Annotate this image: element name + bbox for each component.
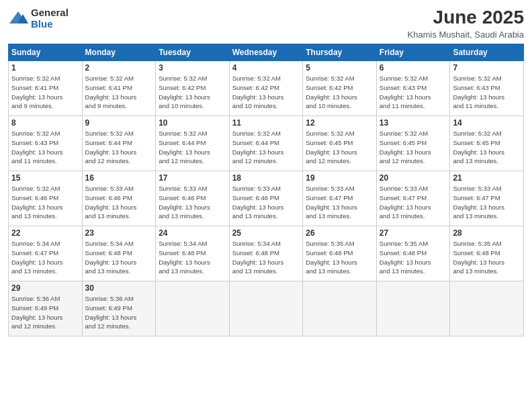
day-number: 4 [232, 63, 300, 73]
table-row: 25Sunrise: 5:34 AMSunset: 6:48 PMDayligh… [229, 226, 303, 281]
table-row: 15Sunrise: 5:32 AMSunset: 6:46 PMDayligh… [9, 171, 83, 226]
table-row [376, 281, 450, 336]
day-info: Sunrise: 5:32 AMSunset: 6:41 PMDaylight:… [85, 74, 153, 111]
day-info: Sunrise: 5:32 AMSunset: 6:42 PMDaylight:… [159, 74, 226, 111]
calendar-subtitle: Khamis Mushait, Saudi Arabia [408, 30, 524, 40]
title-area: June 2025 Khamis Mushait, Saudi Arabia [408, 7, 524, 40]
table-row: 14Sunrise: 5:32 AMSunset: 6:45 PMDayligh… [450, 116, 524, 171]
day-info: Sunrise: 5:32 AMSunset: 6:43 PMDaylight:… [453, 74, 521, 111]
day-number: 9 [85, 118, 153, 128]
table-row [229, 281, 303, 336]
day-number: 14 [453, 118, 521, 128]
table-row: 18Sunrise: 5:33 AMSunset: 6:46 PMDayligh… [229, 171, 303, 226]
day-number: 30 [85, 283, 153, 293]
table-row: 3Sunrise: 5:32 AMSunset: 6:42 PMDaylight… [156, 61, 230, 116]
day-number: 24 [159, 228, 226, 238]
day-number: 8 [11, 118, 79, 128]
day-info: Sunrise: 5:32 AMSunset: 6:46 PMDaylight:… [11, 184, 79, 221]
table-row: 16Sunrise: 5:33 AMSunset: 6:46 PMDayligh… [82, 171, 156, 226]
day-number: 12 [306, 118, 373, 128]
day-number: 17 [159, 173, 226, 183]
day-number: 22 [11, 228, 79, 238]
day-info: Sunrise: 5:32 AMSunset: 6:43 PMDaylight:… [11, 129, 79, 166]
logo-text: General Blue [31, 7, 69, 30]
table-row: 30Sunrise: 5:36 AMSunset: 6:49 PMDayligh… [82, 281, 156, 336]
header-tuesday: Tuesday [156, 44, 230, 61]
table-row: 6Sunrise: 5:32 AMSunset: 6:43 PMDaylight… [376, 61, 450, 116]
day-info: Sunrise: 5:33 AMSunset: 6:47 PMDaylight:… [306, 184, 373, 221]
table-row: 23Sunrise: 5:34 AMSunset: 6:48 PMDayligh… [82, 226, 156, 281]
table-row: 4Sunrise: 5:32 AMSunset: 6:42 PMDaylight… [229, 61, 303, 116]
table-row: 5Sunrise: 5:32 AMSunset: 6:42 PMDaylight… [303, 61, 377, 116]
logo-blue: Blue [31, 18, 53, 30]
day-number: 5 [306, 63, 373, 73]
day-info: Sunrise: 5:33 AMSunset: 6:46 PMDaylight:… [85, 184, 153, 221]
day-number: 23 [85, 228, 153, 238]
day-number: 3 [159, 63, 226, 73]
day-number: 29 [11, 283, 79, 293]
table-row: 26Sunrise: 5:35 AMSunset: 6:48 PMDayligh… [303, 226, 377, 281]
header-row: Sunday Monday Tuesday Wednesday Thursday… [9, 44, 524, 61]
table-row [156, 281, 230, 336]
day-number: 15 [11, 173, 79, 183]
day-info: Sunrise: 5:33 AMSunset: 6:47 PMDaylight:… [453, 184, 521, 221]
day-number: 27 [380, 228, 447, 238]
table-row: 2Sunrise: 5:32 AMSunset: 6:41 PMDaylight… [82, 61, 156, 116]
day-info: Sunrise: 5:35 AMSunset: 6:48 PMDaylight:… [380, 239, 447, 276]
day-number: 25 [232, 228, 300, 238]
logo: General Blue [8, 7, 69, 30]
table-row: 11Sunrise: 5:32 AMSunset: 6:44 PMDayligh… [229, 116, 303, 171]
day-info: Sunrise: 5:32 AMSunset: 6:42 PMDaylight:… [232, 74, 300, 111]
logo-general: General [31, 7, 69, 18]
day-number: 11 [232, 118, 300, 128]
header-thursday: Thursday [303, 44, 377, 61]
day-number: 28 [453, 228, 521, 238]
day-info: Sunrise: 5:33 AMSunset: 6:46 PMDaylight:… [159, 184, 226, 221]
day-info: Sunrise: 5:32 AMSunset: 6:44 PMDaylight:… [232, 129, 300, 166]
day-number: 19 [306, 173, 373, 183]
day-number: 26 [306, 228, 373, 238]
day-info: Sunrise: 5:33 AMSunset: 6:46 PMDaylight:… [232, 184, 300, 221]
table-row: 19Sunrise: 5:33 AMSunset: 6:47 PMDayligh… [303, 171, 377, 226]
table-row: 10Sunrise: 5:32 AMSunset: 6:44 PMDayligh… [156, 116, 230, 171]
table-row: 22Sunrise: 5:34 AMSunset: 6:47 PMDayligh… [9, 226, 83, 281]
table-row [303, 281, 377, 336]
day-info: Sunrise: 5:36 AMSunset: 6:49 PMDaylight:… [11, 294, 79, 331]
day-info: Sunrise: 5:34 AMSunset: 6:48 PMDaylight:… [232, 239, 300, 276]
day-info: Sunrise: 5:32 AMSunset: 6:42 PMDaylight:… [306, 74, 373, 111]
table-row: 12Sunrise: 5:32 AMSunset: 6:45 PMDayligh… [303, 116, 377, 171]
day-number: 7 [453, 63, 521, 73]
header: General Blue June 2025 Khamis Mushait, S… [8, 7, 524, 40]
day-info: Sunrise: 5:32 AMSunset: 6:41 PMDaylight:… [11, 74, 79, 111]
header-monday: Monday [82, 44, 156, 61]
day-number: 13 [380, 118, 447, 128]
calendar-title: June 2025 [408, 7, 524, 28]
day-info: Sunrise: 5:32 AMSunset: 6:45 PMDaylight:… [380, 129, 447, 166]
day-number: 2 [85, 63, 153, 73]
table-row: 17Sunrise: 5:33 AMSunset: 6:46 PMDayligh… [156, 171, 230, 226]
day-number: 16 [85, 173, 153, 183]
day-number: 10 [159, 118, 226, 128]
day-info: Sunrise: 5:34 AMSunset: 6:47 PMDaylight:… [11, 239, 79, 276]
day-info: Sunrise: 5:34 AMSunset: 6:48 PMDaylight:… [85, 239, 153, 276]
calendar-page: General Blue June 2025 Khamis Mushait, S… [0, 0, 532, 411]
calendar-table: Sunday Monday Tuesday Wednesday Thursday… [8, 44, 524, 336]
day-info: Sunrise: 5:34 AMSunset: 6:48 PMDaylight:… [159, 239, 226, 276]
table-row: 21Sunrise: 5:33 AMSunset: 6:47 PMDayligh… [450, 171, 524, 226]
table-row: 24Sunrise: 5:34 AMSunset: 6:48 PMDayligh… [156, 226, 230, 281]
table-row: 27Sunrise: 5:35 AMSunset: 6:48 PMDayligh… [376, 226, 450, 281]
header-sunday: Sunday [9, 44, 83, 61]
day-info: Sunrise: 5:32 AMSunset: 6:44 PMDaylight:… [159, 129, 226, 166]
table-row: 9Sunrise: 5:32 AMSunset: 6:44 PMDaylight… [82, 116, 156, 171]
table-row: 29Sunrise: 5:36 AMSunset: 6:49 PMDayligh… [9, 281, 83, 336]
header-wednesday: Wednesday [229, 44, 303, 61]
day-number: 6 [380, 63, 447, 73]
logo-icon [8, 10, 28, 26]
table-row: 7Sunrise: 5:32 AMSunset: 6:43 PMDaylight… [450, 61, 524, 116]
table-row: 1Sunrise: 5:32 AMSunset: 6:41 PMDaylight… [9, 61, 83, 116]
day-info: Sunrise: 5:33 AMSunset: 6:47 PMDaylight:… [380, 184, 447, 221]
day-number: 18 [232, 173, 300, 183]
day-info: Sunrise: 5:35 AMSunset: 6:48 PMDaylight:… [306, 239, 373, 276]
day-number: 20 [380, 173, 447, 183]
header-friday: Friday [376, 44, 450, 61]
